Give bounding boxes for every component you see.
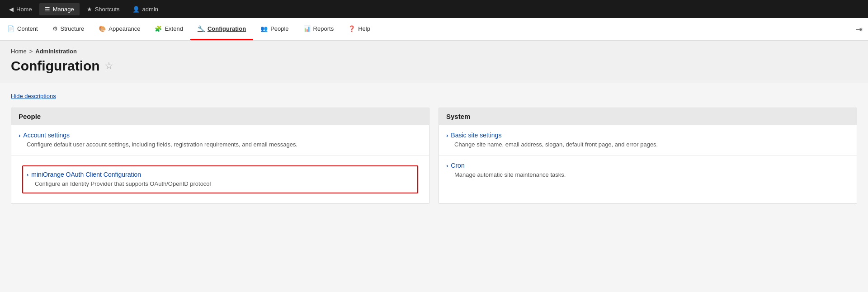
structure-icon: ⚙ — [52, 25, 58, 32]
cron-item: › Cron Manage automatic site maintenance… — [439, 155, 857, 185]
topbar-item-home[interactable]: ◀ Home — [4, 3, 38, 15]
cron-link[interactable]: Cron — [451, 162, 464, 169]
nav-people-label: People — [270, 25, 288, 32]
nav-structure-label: Structure — [61, 25, 85, 32]
account-settings-title: › Account settings — [19, 132, 422, 139]
cron-chevron: › — [446, 162, 448, 169]
topbar-admin-label: admin — [142, 6, 158, 13]
reports-icon: 📊 — [303, 25, 311, 32]
account-settings-chevron: › — [19, 132, 20, 139]
nav-help-label: Help — [358, 25, 370, 32]
content-icon: 📄 — [7, 25, 14, 32]
system-column-header: System — [439, 108, 857, 125]
nav-configuration[interactable]: 🔧 Configuration — [190, 18, 253, 40]
people-column-header: People — [11, 108, 429, 125]
account-settings-link[interactable]: Account settings — [23, 132, 70, 139]
favorite-star-icon[interactable]: ☆ — [104, 60, 113, 72]
topbar-shortcuts-label: Shortcuts — [95, 6, 120, 13]
topbar-manage-label: Manage — [53, 6, 74, 13]
nav-reports-label: Reports — [313, 25, 334, 32]
nav-extend-label: Extend — [165, 25, 183, 32]
breadcrumb-current: Administration — [35, 48, 77, 55]
topbar-item-admin[interactable]: 👤 admin — [127, 3, 164, 15]
basic-site-settings-item: › Basic site settings Change site name, … — [439, 125, 857, 155]
basic-site-settings-title: › Basic site settings — [446, 132, 849, 139]
nav-structure[interactable]: ⚙ Structure — [45, 18, 92, 40]
miniorange-oauth-link[interactable]: miniOrange OAuth Client Configuration — [31, 171, 141, 178]
cron-title: › Cron — [446, 162, 849, 169]
nav-people[interactable]: 👥 People — [253, 18, 296, 40]
page-title: Configuration — [11, 58, 100, 74]
nav-content[interactable]: 📄 Content — [0, 18, 45, 40]
help-icon: ❓ — [348, 25, 355, 32]
breadcrumb: Home > Administration — [11, 48, 857, 55]
people-column: People › Account settings Configure defa… — [11, 108, 429, 204]
nav-extend[interactable]: 🧩 Extend — [147, 18, 190, 40]
topbar-item-shortcuts[interactable]: ★ Shortcuts — [81, 3, 125, 15]
topbar-home-label: Home — [16, 6, 32, 13]
page-title-row: Configuration ☆ — [11, 58, 857, 74]
manage-icon: ☰ — [45, 6, 50, 13]
cron-desc: Manage automatic site maintenance tasks. — [446, 171, 849, 179]
appearance-icon: 🎨 — [99, 25, 106, 32]
basic-site-chevron: › — [446, 132, 448, 139]
main-content: Hide descriptions People › Account setti… — [0, 83, 868, 213]
hide-descriptions-link[interactable]: Hide descriptions — [11, 93, 56, 99]
miniorange-oauth-highlighted: › miniOrange OAuth Client Configuration … — [22, 165, 418, 193]
breadcrumb-separator: > — [29, 48, 33, 55]
people-icon: 👥 — [260, 25, 268, 32]
basic-site-settings-desc: Change site name, email address, slogan,… — [446, 141, 849, 149]
miniorange-chevron: › — [27, 171, 28, 178]
miniorange-oauth-desc: Configure an Identity Provider that supp… — [27, 180, 414, 188]
miniorange-oauth-item: › miniOrange OAuth Client Configuration … — [11, 155, 429, 203]
second-bar-right: ⇥ — [850, 18, 868, 40]
nav-help[interactable]: ❓ Help — [341, 18, 377, 40]
configuration-icon: 🔧 — [198, 25, 205, 32]
nav-configuration-label: Configuration — [208, 25, 246, 32]
breadcrumb-home[interactable]: Home — [11, 48, 27, 55]
system-column: System › Basic site settings Change site… — [439, 108, 857, 204]
columns: People › Account settings Configure defa… — [11, 108, 857, 204]
nav-appearance-label: Appearance — [108, 25, 140, 32]
nav-content-label: Content — [17, 25, 38, 32]
user-icon: 👤 — [132, 6, 140, 13]
account-settings-item: › Account settings Configure default use… — [11, 125, 429, 155]
top-bar: ◀ Home ☰ Manage ★ Shortcuts 👤 admin — [0, 0, 868, 18]
extend-icon: 🧩 — [155, 25, 162, 32]
home-icon: ◀ — [9, 6, 14, 13]
basic-site-settings-link[interactable]: Basic site settings — [451, 132, 501, 139]
topbar-item-manage[interactable]: ☰ Manage — [39, 3, 80, 15]
page-header: Home > Administration Configuration ☆ — [0, 41, 868, 83]
miniorange-oauth-title: › miniOrange OAuth Client Configuration — [27, 171, 414, 178]
second-bar: 📄 Content ⚙ Structure 🎨 Appearance 🧩 Ext… — [0, 18, 868, 41]
account-settings-desc: Configure default user account settings,… — [19, 141, 422, 149]
nav-appearance[interactable]: 🎨 Appearance — [91, 18, 147, 40]
shortcuts-icon: ★ — [87, 6, 92, 13]
nav-reports[interactable]: 📊 Reports — [296, 18, 341, 40]
